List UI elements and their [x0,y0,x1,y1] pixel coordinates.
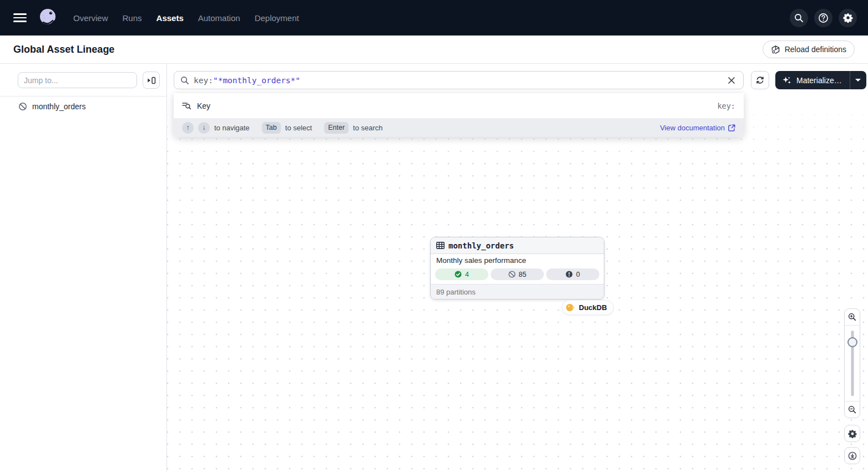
collapse-sidebar-button[interactable] [143,72,160,89]
asset-node-title: monthly_orders [448,241,514,250]
sidebar-item-label: monthly_orders [32,102,86,111]
external-link-icon [728,124,735,131]
page-header: Global Asset Lineage Reload definitions [0,35,868,64]
materialize-dropdown-caret[interactable] [850,71,866,89]
top-nav: Overview Runs Assets Automation Deployme… [0,0,868,35]
arrow-down-icon[interactable]: ↓ [198,122,210,134]
asset-node-description: Monthly sales performance [431,254,604,266]
table-icon [436,242,445,249]
body-layout: monthly_orders key:"*monthly_orders*" [0,64,868,471]
badge-failed-count[interactable]: 0 [546,268,599,280]
materialize-label: Materialize… [796,76,842,85]
never-materialized-icon [18,102,27,111]
suggestion-label: Key [197,101,210,110]
chevron-down-icon [855,79,861,82]
sparkle-icon [782,75,792,85]
nav-item-automation[interactable]: Automation [198,13,240,23]
zoom-in-icon[interactable] [845,309,860,326]
zoom-controls [844,308,860,418]
materialize-split-button: Materialize… [775,71,866,89]
badge-missing-count[interactable]: 85 [491,268,544,280]
zoom-slider[interactable] [845,326,860,401]
suggestion-syntax-hint: key: [717,101,735,110]
nav-item-deployment[interactable]: Deployment [255,13,299,23]
search-hint-text: to search [353,124,382,132]
reload-definitions-button[interactable]: Reload definitions [763,40,855,58]
duckdb-icon [566,303,575,312]
asset-node-monthly-orders[interactable]: monthly_orders Monthly sales performance… [430,237,604,300]
asset-node-header[interactable]: monthly_orders [431,237,604,254]
asset-selection-value: key:"*monthly_orders*" [194,76,300,85]
partition-status-badges: 4 85 0 [431,266,604,284]
select-hint-text: to select [285,124,312,132]
badge-materialized-count[interactable]: 4 [435,268,488,280]
suggestion-row-key[interactable]: Key key: [174,93,744,118]
check-circle-icon [455,271,462,278]
zoom-slider-thumb[interactable] [847,337,857,347]
refresh-graph-button[interactable] [751,71,769,89]
search-icon[interactable] [790,9,808,27]
navigate-hint-text: to navigate [214,124,250,132]
reload-definitions-label: Reload definitions [785,45,846,54]
exclamation-circle-icon [566,271,573,278]
sidebar-item-monthly-orders[interactable]: monthly_orders [0,97,166,116]
menu-icon[interactable] [13,11,27,24]
asset-node-partitions-footer: 89 partitions [431,284,604,299]
arrow-up-icon[interactable]: ↑ [182,122,194,134]
lineage-sidebar: monthly_orders [0,64,167,471]
lineage-canvas[interactable]: key:"*monthly_orders*" Materialize… [167,64,868,471]
page-title: Global Asset Lineage [13,44,114,55]
duckdb-tag-label: DuckDB [579,303,607,312]
asset-selection-input[interactable]: key:"*monthly_orders*" [174,71,744,89]
search-suggestions-panel: Key key: ↑ ↓ to navigate Tab to select E… [174,93,744,137]
doc-link-label: View documentation [660,124,725,132]
filter-search-icon [182,101,191,110]
slashed-circle-icon [508,271,516,278]
enter-key-chip: Enter [324,122,349,134]
dagster-logo-icon[interactable] [38,7,59,28]
tab-key-chip: Tab [262,122,281,134]
clear-search-icon[interactable] [724,73,739,88]
suggestions-footer: ↑ ↓ to navigate Tab to select Enter to s… [174,118,744,137]
materialize-button[interactable]: Materialize… [775,71,850,89]
nav-item-runs[interactable]: Runs [123,13,142,23]
duckdb-tag[interactable]: DuckDB [562,300,614,315]
help-icon[interactable] [814,9,832,27]
nav-item-overview[interactable]: Overview [73,13,108,23]
settings-gear-icon[interactable] [839,9,857,27]
recenter-view-icon[interactable] [844,447,860,464]
app-root: Overview Runs Assets Automation Deployme… [0,0,868,471]
zoom-out-icon[interactable] [845,401,860,418]
view-documentation-link[interactable]: View documentation [660,124,735,132]
primary-nav: Overview Runs Assets Automation Deployme… [73,13,299,23]
jump-to-input[interactable] [18,72,137,88]
search-icon [180,76,189,85]
top-nav-actions [790,9,857,27]
graph-settings-gear-icon[interactable] [844,425,860,442]
code-location-reload-icon [771,45,780,54]
nav-item-assets[interactable]: Assets [157,13,184,23]
